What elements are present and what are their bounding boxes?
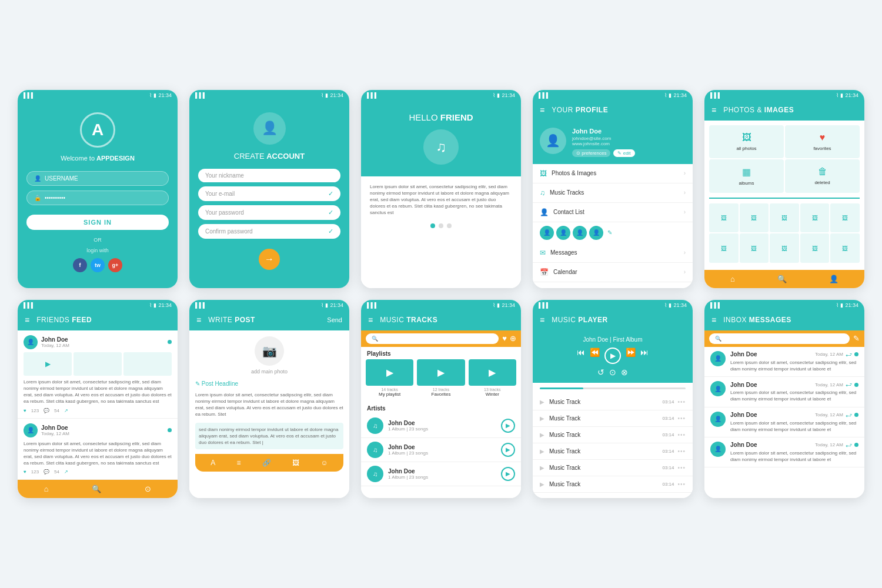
heart-icon[interactable]: ♥ xyxy=(502,334,507,343)
repeat-icon[interactable]: ↺ xyxy=(597,368,604,377)
track-more-icon-2[interactable]: ••• xyxy=(677,415,686,422)
send-button[interactable]: Send xyxy=(327,316,342,323)
track-item-1[interactable]: ▶ Music Track 03:14 ••• xyxy=(533,394,693,410)
rewind-button[interactable]: ⏪ xyxy=(590,348,600,364)
password-input[interactable]: Your password ✓ xyxy=(198,205,340,220)
home-icon[interactable]: ⌂ xyxy=(730,275,735,283)
thumb-9[interactable]: 🖼 xyxy=(800,233,830,263)
emoji-icon[interactable]: ☺ xyxy=(321,459,328,467)
artist-item-2[interactable]: ♫ John Doe 1 Album | 23 songs ▶ xyxy=(361,438,521,462)
preferences-tag[interactable]: ⊙ preferences xyxy=(572,149,610,157)
compose-icon[interactable]: ✎ xyxy=(853,334,860,343)
message-item-4[interactable]: 👤 John Doe Today, 12 AM ⮐ Lorem ipsum do… xyxy=(704,437,864,467)
menu-calendar[interactable]: 📅 Calendar › xyxy=(533,263,693,282)
hamburger-icon[interactable]: ≡ xyxy=(711,315,716,325)
image-icon[interactable]: 🖼 xyxy=(292,459,299,467)
forward-button[interactable]: ⏩ xyxy=(626,348,636,364)
prev-track-button[interactable]: ⏮ xyxy=(577,348,585,364)
user-icon[interactable]: 👤 xyxy=(829,275,838,283)
close-icon[interactable]: ⊗ xyxy=(621,368,628,377)
hamburger-icon[interactable]: ≡ xyxy=(711,105,716,115)
password-input[interactable]: 🔒 •••••••••• xyxy=(26,191,169,205)
dot-2[interactable] xyxy=(439,223,443,228)
menu-messages[interactable]: ✉ Messages › xyxy=(533,243,693,263)
share-icon-2[interactable]: ↗ xyxy=(64,469,68,475)
thumb-2[interactable]: 🖼 xyxy=(740,203,769,233)
play-button-2[interactable]: ▶ xyxy=(501,443,515,457)
signin-button[interactable]: SIGN IN xyxy=(26,215,169,230)
track-more-icon-6[interactable]: ••• xyxy=(677,481,686,487)
facebook-login-button[interactable]: f xyxy=(73,258,87,272)
comment-icon-2[interactable]: 💬 xyxy=(44,469,49,475)
post-headline-field[interactable]: ✎ Post Headline xyxy=(195,380,343,387)
search-icon[interactable]: 🔍 xyxy=(777,275,787,283)
hamburger-icon[interactable]: ≡ xyxy=(540,105,544,115)
search-icon[interactable]: 🔍 xyxy=(92,485,101,493)
playlist-item-2[interactable]: ▶ 12 tracks Favorites xyxy=(417,359,465,397)
search-input[interactable]: 🔍 xyxy=(366,333,499,344)
track-item-5[interactable]: ▶ Music Track 03:14 ••• xyxy=(533,460,693,476)
message-item-2[interactable]: 👤 John Doe Today, 12 AM ⮐ Lorem ipsum do… xyxy=(704,377,864,407)
thumb-8[interactable]: 🖼 xyxy=(770,233,799,263)
link-icon[interactable]: 🔗 xyxy=(262,459,271,467)
hamburger-icon[interactable]: ≡ xyxy=(196,315,201,325)
track-more-icon-4[interactable]: ••• xyxy=(677,448,686,455)
comment-icon[interactable]: 💬 xyxy=(44,408,49,413)
menu-contacts[interactable]: 👤 Contact List › xyxy=(533,203,693,222)
hamburger-icon[interactable]: ≡ xyxy=(540,315,544,325)
playlist-item-3[interactable]: ▶ 13 tracks Winter xyxy=(469,359,516,397)
track-more-icon-1[interactable]: ••• xyxy=(677,399,686,405)
msg-reply-icon-2[interactable]: ⮐ xyxy=(846,381,852,388)
confirm-password-input[interactable]: Confirm password ✓ xyxy=(198,224,340,239)
thumb-3[interactable]: 🖼 xyxy=(770,203,799,233)
play-button-3[interactable]: ▶ xyxy=(501,467,515,481)
share-icon[interactable]: ⊙ xyxy=(145,485,151,493)
track-item-3[interactable]: ▶ Music Track 03:14 ••• xyxy=(533,427,693,443)
message-item-1[interactable]: 👤 John Doe Today, 12 AM ⮐ Lorem ipsum do… xyxy=(704,347,864,377)
menu-photos[interactable]: 🖼 Photos & Images › xyxy=(533,164,693,183)
home-icon[interactable]: ⌂ xyxy=(44,485,49,493)
msg-reply-icon-3[interactable]: ⮐ xyxy=(846,412,852,419)
thumb-6[interactable]: 🖼 xyxy=(709,233,739,263)
play-pause-button[interactable]: ▶ xyxy=(604,348,621,364)
track-item-6[interactable]: ▶ Music Track 03:14 ••• xyxy=(533,476,693,493)
menu-music[interactable]: ♫ Music Tracks › xyxy=(533,183,693,203)
deleted-cell[interactable]: 🗑 deleted xyxy=(785,159,860,193)
edit-tag[interactable]: ✎ edit xyxy=(613,149,634,157)
heart-icon-2[interactable]: ♥ xyxy=(24,469,26,475)
thumb-10[interactable]: 🖼 xyxy=(830,233,860,263)
thumb-4[interactable]: 🖼 xyxy=(800,203,830,233)
nickname-input[interactable]: Your nickname xyxy=(198,169,340,182)
page-dots[interactable] xyxy=(370,223,512,228)
list-icon[interactable]: ≡ xyxy=(237,459,241,467)
google-login-button[interactable]: g+ xyxy=(108,258,122,272)
shuffle-icon[interactable]: ⊙ xyxy=(609,368,616,377)
hamburger-icon[interactable]: ≡ xyxy=(25,315,29,325)
post-text-area[interactable]: sed diam nonimy eirmod tempor invidunt u… xyxy=(195,423,343,450)
email-input[interactable]: Your e-mail ✓ xyxy=(198,186,340,201)
dot-3[interactable] xyxy=(447,223,452,228)
track-more-icon-5[interactable]: ••• xyxy=(677,465,686,471)
track-item-2[interactable]: ▶ Music Track 03:14 ••• xyxy=(533,410,693,427)
msg-reply-icon-1[interactable]: ⮐ xyxy=(846,351,852,358)
msg-reply-icon-4[interactable]: ⮐ xyxy=(846,442,852,449)
track-item-4[interactable]: ▶ Music Track 03:14 ••• xyxy=(533,443,693,460)
artist-item-1[interactable]: ♫ John Doe 1 Album | 23 songs ▶ xyxy=(361,414,521,438)
dot-1[interactable] xyxy=(430,223,435,228)
username-input[interactable]: 👤 USERNAME xyxy=(26,171,169,186)
all-photos-cell[interactable]: 🖼 all photos xyxy=(709,125,784,158)
plus-icon[interactable]: ⊕ xyxy=(510,334,516,343)
albums-cell[interactable]: ▦ albums xyxy=(709,159,784,193)
bold-icon[interactable]: A xyxy=(211,459,215,467)
add-photo-button[interactable]: 📷 xyxy=(255,336,284,366)
edit-friends-icon[interactable]: ✎ xyxy=(607,229,612,236)
play-button-1[interactable]: ▶ xyxy=(501,419,515,433)
track-more-icon-3[interactable]: ••• xyxy=(677,432,686,438)
hamburger-icon[interactable]: ≡ xyxy=(368,315,373,325)
artist-item-3[interactable]: ♫ John Doe 1 Album | 23 songs ▶ xyxy=(361,462,521,486)
thumb-7[interactable]: 🖼 xyxy=(740,233,769,263)
next-track-button[interactable]: ⏭ xyxy=(640,348,649,364)
twitter-login-button[interactable]: tw xyxy=(91,258,105,272)
thumb-5[interactable]: 🖼 xyxy=(830,203,860,233)
heart-icon[interactable]: ♥ xyxy=(24,408,26,413)
